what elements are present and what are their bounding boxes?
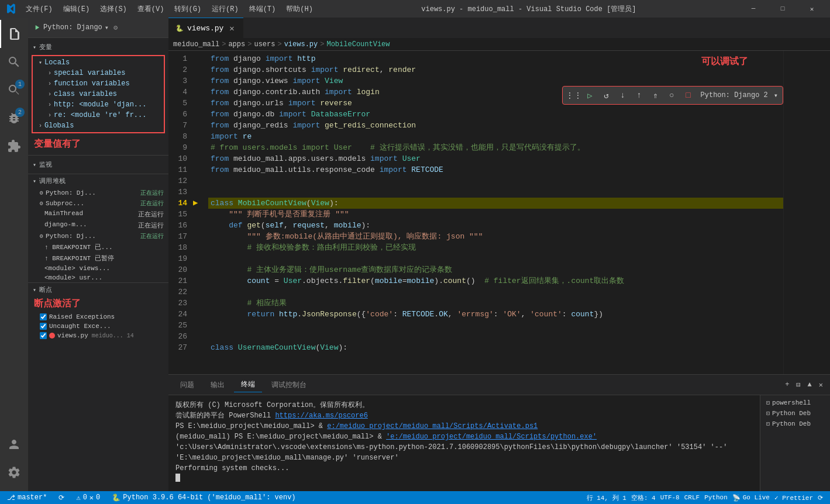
ps-link[interactable]: https://aka.ms/pscore6 [275,412,367,420]
status-sync[interactable]: ⟳ [56,491,67,504]
variables-section-header[interactable]: ▾ 变量 [28,40,168,54]
debug-record-btn[interactable]: ○ [666,89,679,102]
status-spaces[interactable]: 空格: 4 [629,491,658,504]
window-title: views.py - meiduo_mall - Visual Studio C… [322,4,735,14]
status-language[interactable]: Python [702,491,730,504]
settings-activity-icon[interactable] [0,458,28,486]
menu-help[interactable]: 帮助(H) [281,3,318,15]
tab-views-py[interactable]: 🐍 views.py ✕ [168,18,243,38]
callstack-collapse-arrow: ▾ [33,178,37,185]
bp-views-checkbox[interactable] [40,332,47,339]
minimize-button[interactable]: ─ [740,0,767,18]
debug-activity-icon[interactable]: 2 [0,104,28,132]
callstack-header[interactable]: ▾ 调用堆栈 [28,174,168,188]
debug-restart-btn[interactable]: ⇑ [649,89,662,102]
stack-sub-views[interactable]: <module> views... [28,264,168,273]
breadcrumb-part-4[interactable]: MobileCountView [326,40,390,49]
explorer-activity-icon[interactable] [0,20,28,48]
extensions-activity-icon[interactable] [0,132,28,160]
watch-section-header[interactable]: ▾ 监视 [28,158,168,171]
stack-item-1[interactable]: ⚙ Subproc... 正在运行 [28,198,168,209]
special-variables-item[interactable]: › special variables [34,68,163,78]
panel-tab-terminal[interactable]: 终端 [234,377,262,392]
status-python-env[interactable]: 🐍 Python 3.9.6 64-bit ('meiduo_mall': ve… [109,491,298,504]
locals-item[interactable]: ▾ Locals [34,57,163,68]
menu-terminal[interactable]: 终端(T) [244,3,281,15]
breadcrumb-part-1[interactable]: apps [228,40,245,49]
run-icon [33,23,41,32]
terminal-python-deb-2[interactable]: ⊡ Python Deb [763,419,828,429]
debug-stepout-btn[interactable]: ↑ [633,89,646,102]
terminal-content[interactable]: 版权所有 (C) Microsoft Corporation。保留所有权利。 尝… [168,395,760,491]
class-variables-item[interactable]: › class variables [34,89,163,99]
window-controls: ─ □ ✕ [740,0,825,18]
panel-close-btn[interactable]: ✕ [817,381,825,389]
gutter: ▶ [192,51,204,374]
line-numbers: 1 2 3 4 5 6 7 8 9 10 11 12 13 14 [168,51,192,374]
panel-add-btn[interactable]: + [783,381,791,389]
code-line-25 [208,320,783,331]
maximize-button[interactable]: □ [769,0,796,18]
status-position[interactable]: 行 14, 列 1 [584,491,629,504]
http-module-item[interactable]: › http: <module 'djan... [34,99,163,110]
debug-stepover-btn[interactable]: ↺ [600,89,613,102]
menu-edit[interactable]: 编辑(E) [58,3,95,15]
golive-icon: 📡 [732,494,741,502]
stack-sub-bp1[interactable]: ↑ BREAKPOINT 已... [28,241,168,253]
terminal-powershell[interactable]: ⊡ powershell [763,398,828,408]
terminal-python-deb-1[interactable]: ⊡ Python Deb [763,408,828,419]
menu-select[interactable]: 选择(S) [95,3,132,15]
watch-label: 监视 [39,160,53,169]
tab-close-button[interactable]: ✕ [227,23,236,33]
encoding-label: UTF-8 [660,494,680,501]
status-eol[interactable]: CRLF [682,491,702,504]
panel-split-btn[interactable]: ⊟ [794,381,803,389]
breakpoints-header[interactable]: ▾ 断点 [28,283,168,296]
debug-stop-btn[interactable]: □ [682,89,695,102]
status-branch[interactable]: ⎇ master* [5,491,49,504]
menu-file[interactable]: 文件(F) [21,3,57,15]
panel-tab-debug-console[interactable]: 调试控制台 [264,378,314,392]
re-module-item[interactable]: › re: <module 're' fr... [34,110,163,120]
stack-sub-1[interactable]: django-m... 正在运行 [28,220,168,231]
menu-run[interactable]: 运行(R) [207,3,243,15]
close-button[interactable]: ✕ [798,0,825,18]
bp-views-file[interactable]: views.py meiduo... 14 [28,331,168,340]
debug-dropdown-btn[interactable]: ▾ [774,91,778,100]
status-refresh[interactable]: ⟳ [815,491,825,504]
menu-goto[interactable]: 转到(G) [170,3,206,15]
stack-item-0[interactable]: ⚙ Python: Dj... 正在运行 [28,188,168,198]
breadcrumb-part-0[interactable]: meiduo_mall [173,40,219,49]
breadcrumb-part-2[interactable]: users [254,40,275,49]
bp-raised-checkbox[interactable] [40,313,47,320]
debug-stepinto-btn[interactable]: ↓ [617,89,629,102]
bp-raised-exceptions[interactable]: Raised Exceptions [28,312,168,322]
bp-uncaught-exceptions[interactable]: Uncaught Exce... [28,322,168,331]
source-control-activity-icon[interactable]: 1 [0,76,28,104]
search-activity-icon[interactable] [0,48,28,76]
globals-item[interactable]: › Globals [34,120,163,131]
stack-sub-0[interactable]: MainThread 正在运行 [28,209,168,220]
status-encoding[interactable]: UTF-8 [658,491,682,504]
debug-reorder-btn[interactable]: ⋮⋮ [567,89,580,102]
function-variables-item[interactable]: › function variables [34,78,163,89]
status-errors[interactable]: ⚠ 0 ✕ 0 [74,491,102,504]
panel-body: 版权所有 (C) Microsoft Corporation。保留所有权利。 尝… [168,395,830,491]
breadcrumb-part-3[interactable]: views.py [284,40,318,49]
bp-uncaught-checkbox[interactable] [40,323,47,330]
panel-tab-problems[interactable]: 问题 [173,378,201,392]
stack-sub-usr[interactable]: <module> usr... [28,273,168,282]
stack-sub-bp2[interactable]: ↑ BREAKPOINT 已暂停 [28,253,168,264]
panel-tab-output[interactable]: 输出 [204,378,232,392]
debug-continue-btn[interactable]: ▷ [584,89,597,102]
account-activity-icon[interactable] [0,430,28,458]
panel-expand-btn[interactable]: ▲ [805,381,814,389]
python-link[interactable]: 'e:/meiduo_project/meiduo_mall/Scripts/p… [386,433,597,441]
run-gear-icon[interactable]: ⚙ [113,23,118,32]
status-prettier[interactable]: ✓ Prettier [772,491,815,504]
stack-item-2[interactable]: ⚙ Python: Dj... 正在运行 [28,231,168,241]
status-golive[interactable]: 📡 Go Live [730,491,772,504]
menu-view[interactable]: 查看(V) [133,3,169,15]
titlebar-menu[interactable]: 文件(F) 编辑(E) 选择(S) 查看(V) 转到(G) 运行(R) 终端(T… [21,3,318,15]
activate-link[interactable]: e:/meiduo_project/meiduo_mall/Scripts/Ac… [327,422,538,430]
